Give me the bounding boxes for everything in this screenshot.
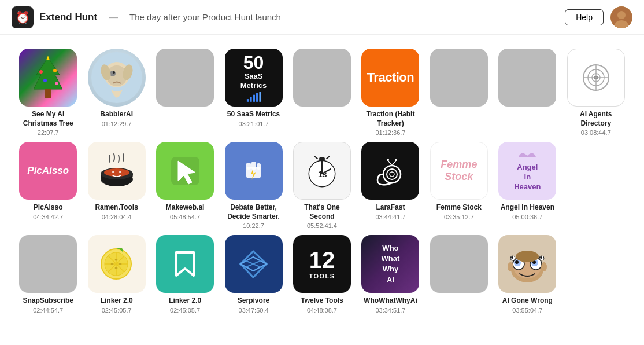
product-babbler-ai[interactable]: BabblerAI 01:12:29.7 <box>86 49 147 136</box>
product-unknown-6[interactable] <box>428 235 490 314</box>
product-unknown-1[interactable] <box>154 49 216 136</box>
svg-rect-35 <box>246 163 251 170</box>
svg-line-43 <box>314 156 317 159</box>
product-lemon-icon[interactable]: Linker 2.0 02:45:05.7 <box>86 235 147 314</box>
product-grid-row3: SnapSubscribe 02:44:54.7 <box>17 235 627 314</box>
product-femme-time: 03:35:12.7 <box>444 214 474 221</box>
product-larafast-name: LaraFast <box>376 203 405 212</box>
help-button[interactable]: Help <box>565 9 604 25</box>
product-traction-name: Traction (Habit Tracker) <box>360 110 421 128</box>
svg-rect-17 <box>246 99 248 102</box>
product-debate[interactable]: Debate Better, Decide Smarter. 10:22.7 <box>223 142 284 229</box>
svg-point-14 <box>113 71 115 74</box>
product-femme-name: Femme Stock <box>436 203 482 212</box>
svg-rect-19 <box>253 95 254 102</box>
header-subtitle: The day after your Product Hunt launch <box>129 12 281 22</box>
product-larafast[interactable]: LaraFast 03:44:41.7 <box>360 142 421 229</box>
product-whowhat[interactable]: WhoWhatWhyAi WhoWhatWhyAi 03:34:51.7 <box>360 235 421 314</box>
svg-line-44 <box>327 156 330 159</box>
svg-rect-42 <box>319 157 325 160</box>
product-serpivore-time: 03:47:50.4 <box>239 307 269 314</box>
svg-rect-4 <box>45 89 51 98</box>
logo-group: ⏰ Extend Hunt — The day after your Produ… <box>12 6 281 28</box>
svg-point-7 <box>43 79 47 82</box>
user-avatar[interactable] <box>610 6 632 28</box>
product-snap-subscribe-name: SnapSubscribe <box>23 296 73 306</box>
svg-point-75 <box>540 256 542 259</box>
app-header: ⏰ Extend Hunt — The day after your Produ… <box>0 0 644 35</box>
angel-label: AngelInHeaven <box>514 163 541 192</box>
logo-icon: ⏰ <box>12 6 34 28</box>
product-see-my-ai-time: 22:07.7 <box>38 129 59 136</box>
product-makeweb[interactable]: Makeweb.ai 05:48:54.7 <box>154 142 216 229</box>
product-traction-time: 01:12:36.7 <box>375 129 405 136</box>
svg-point-30 <box>104 168 129 177</box>
product-unknown-2[interactable] <box>291 49 353 136</box>
twelve-label: TOOLS <box>309 273 335 280</box>
product-babbler-name: BabblerAI <box>100 110 133 119</box>
product-one-second-name: That's One Second <box>291 203 353 221</box>
product-unknown-4[interactable] <box>497 49 558 136</box>
product-ramen-name: Ramen.Tools <box>95 203 138 212</box>
product-debate-time: 10:22.7 <box>243 222 264 229</box>
svg-rect-18 <box>250 97 251 102</box>
product-linker-time-2: 02:45:05.7 <box>170 307 200 314</box>
svg-point-59 <box>115 259 118 260</box>
product-serpivore-name: Serpivore <box>238 296 269 306</box>
svg-point-32 <box>119 171 121 173</box>
svg-point-8 <box>55 82 58 85</box>
product-twelve-tools[interactable]: 12 TOOLS Twelve Tools 04:48:08.7 <box>291 235 353 314</box>
svg-point-74 <box>511 256 513 259</box>
product-one-second[interactable]: 1s That's One Second 05:52:41.4 <box>291 142 353 229</box>
product-snap-subscribe[interactable]: SnapSubscribe 02:44:54.7 <box>17 235 79 314</box>
product-serpivore[interactable]: Serpivore 03:47:50.4 <box>223 235 284 314</box>
svg-point-5 <box>39 70 43 74</box>
twelve-number: 12 <box>309 248 335 271</box>
product-makeweb-name: Makeweb.ai <box>166 203 205 212</box>
svg-point-61 <box>111 263 114 265</box>
svg-point-77 <box>508 262 513 271</box>
main-content: See My AI Christmas Tree 22:07.7 Babbler… <box>0 35 644 328</box>
svg-marker-9 <box>46 56 50 60</box>
product-picaisso-name: PicAisso <box>34 203 63 212</box>
product-50saas[interactable]: 50 SaaSMetrics 50 SaaS Metrics 03:21:01.… <box>223 49 284 136</box>
whowhat-label: WhoWhatWhyAi <box>382 243 400 285</box>
product-angel-in-heaven[interactable]: AngelInHeaven Angel In Heaven 05:00:36.7 <box>497 142 558 229</box>
product-angel-name: Angel In Heaven <box>501 203 554 212</box>
svg-point-48 <box>390 172 394 177</box>
svg-point-52 <box>395 159 397 161</box>
product-debate-name: Debate Better, Decide Smarter. <box>223 203 284 221</box>
svg-point-6 <box>53 69 57 72</box>
product-ramen-tools[interactable]: Ramen.Tools 04:28:04.4 <box>86 142 147 229</box>
row2-empty <box>565 142 627 229</box>
svg-text:1s: 1s <box>318 170 327 179</box>
product-whowhat-time: 03:34:51.7 <box>375 307 405 314</box>
svg-point-31 <box>112 171 114 173</box>
traction-label: Traction <box>367 70 414 85</box>
product-picaisso[interactable]: PicAisso PicAisso 04:34:42.7 <box>17 142 79 229</box>
product-twelve-name: Twelve Tools <box>301 296 343 306</box>
product-ai-gone-wrong[interactable]: AI Gone Wrong 03:55:04.7 <box>497 235 558 314</box>
product-one-second-time: 05:52:41.4 <box>307 222 337 229</box>
product-linker-name-1: Linker 2.0 <box>101 296 133 306</box>
picaisso-label: PicAisso <box>27 165 69 177</box>
product-unknown-3[interactable] <box>428 49 490 136</box>
svg-point-13 <box>110 71 116 76</box>
app-title: Extend Hunt <box>39 12 97 23</box>
product-ramen-time: 04:28:04.4 <box>102 214 132 221</box>
product-50saas-time: 03:21:01.7 <box>239 120 269 127</box>
product-femme-stock[interactable]: FemmeStock Femme Stock 03:35:12.7 <box>428 142 490 229</box>
product-linker-name-2: Linker 2.0 <box>169 296 201 306</box>
svg-point-51 <box>387 159 389 161</box>
product-see-my-ai-name: See My AI Christmas Tree <box>17 110 79 128</box>
svg-marker-3 <box>34 57 62 89</box>
product-ai-agents[interactable]: AI Agents Directory 03:08:44.7 <box>565 49 627 136</box>
header-actions: Help <box>565 6 632 28</box>
product-babbler-time: 01:12:29.7 <box>102 120 132 127</box>
product-traction[interactable]: Traction Traction (Habit Tracker) 01:12:… <box>360 49 421 136</box>
product-linker[interactable]: Linker 2.0 02:45:05.7 <box>154 235 216 314</box>
svg-point-76 <box>516 251 539 262</box>
svg-rect-36 <box>251 162 256 170</box>
product-twelve-time: 04:48:08.7 <box>307 307 337 314</box>
product-see-my-ai[interactable]: See My AI Christmas Tree 22:07.7 <box>17 49 79 136</box>
